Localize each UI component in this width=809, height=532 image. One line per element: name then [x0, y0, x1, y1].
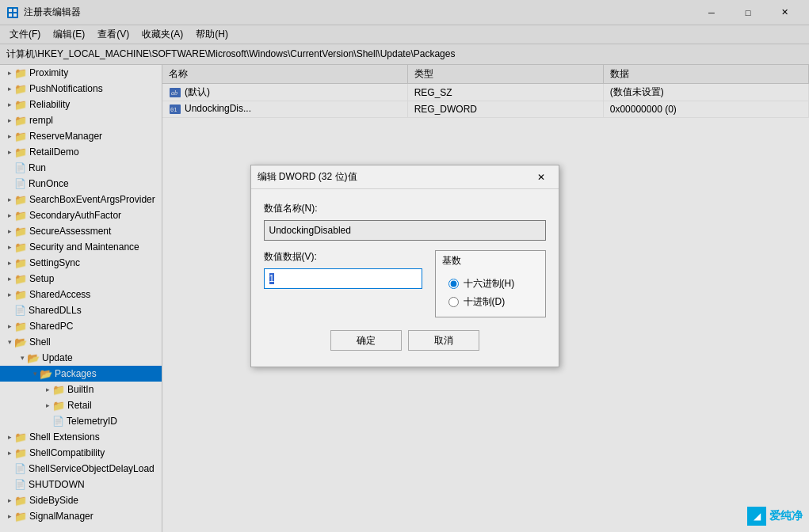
value-input[interactable]: [264, 268, 422, 289]
dialog-close-button[interactable]: ✕: [530, 168, 552, 187]
confirm-button[interactable]: 确定: [330, 330, 402, 351]
watermark: ◢ 爱纯净: [747, 507, 803, 526]
dec-label: 十进制(D): [464, 295, 506, 309]
radio-dec-label[interactable]: 十进制(D): [448, 295, 532, 309]
dialog-title: 编辑 DWORD (32 位)值: [258, 170, 530, 184]
radio-hex-label[interactable]: 十六进制(H): [448, 277, 532, 291]
cancel-button[interactable]: 取消: [408, 330, 479, 351]
name-label: 数值名称(N):: [264, 202, 546, 215]
dialog-buttons: 确定 取消: [264, 330, 546, 354]
dialog-body: 数值名称(N): 数值数据(V): 基数 十六进制(H): [251, 189, 559, 367]
hex-label: 十六进制(H): [464, 277, 515, 291]
radio-group: 十六进制(H) 十进制(D): [442, 272, 539, 314]
base-section: 基数 十六进制(H) 十进制(D): [435, 250, 546, 317]
value-section: 数值数据(V):: [264, 250, 422, 317]
radio-hex[interactable]: [448, 279, 459, 289]
dialog: 编辑 DWORD (32 位)值 ✕ 数值名称(N): 数值数据(V): 基数: [250, 165, 559, 367]
base-label: 基数: [442, 254, 539, 268]
name-input[interactable]: [264, 220, 546, 241]
watermark-logo: ◢: [747, 507, 766, 526]
watermark-text: 爱纯净: [769, 509, 803, 523]
data-row: 数值数据(V): 基数 十六进制(H) 十进制(: [264, 250, 546, 317]
modal-overlay: 编辑 DWORD (32 位)值 ✕ 数值名称(N): 数值数据(V): 基数: [0, 0, 809, 532]
data-label: 数值数据(V):: [264, 250, 422, 264]
dialog-title-bar: 编辑 DWORD (32 位)值 ✕: [251, 165, 559, 189]
radio-dec[interactable]: [448, 297, 459, 307]
